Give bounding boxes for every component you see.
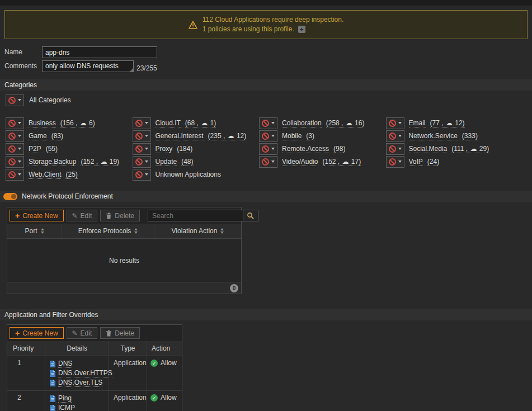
category-link[interactable]: Web.Client — [29, 171, 61, 179]
category-link[interactable]: Video/Audio — [282, 158, 318, 166]
block-icon — [8, 145, 16, 153]
application-link[interactable]: Ping — [58, 394, 72, 403]
application-icon — [50, 370, 55, 377]
category-action-button[interactable] — [259, 117, 277, 129]
trash-icon — [106, 330, 112, 337]
npe-toggle[interactable] — [3, 193, 17, 200]
category-action-button[interactable] — [6, 117, 24, 129]
category-link[interactable]: Network.Service — [409, 132, 458, 140]
overrides-create-new-button[interactable]: + Create New — [10, 327, 64, 339]
application-link[interactable]: ICMP — [58, 404, 75, 411]
block-icon — [8, 133, 16, 140]
cloud-icon: ☁ — [446, 119, 453, 127]
column-header-violation-action[interactable]: Violation Action — [154, 224, 241, 238]
npe-create-new-button[interactable]: + Create New — [10, 210, 64, 221]
npe-edit-button[interactable]: ✎ Edit — [67, 210, 98, 221]
category-action-button[interactable] — [259, 156, 277, 168]
column-header-enforce-protocols[interactable]: Enforce Protocols — [62, 224, 154, 238]
block-icon — [262, 145, 269, 153]
name-field[interactable] — [42, 46, 157, 58]
category-action-button[interactable] — [133, 117, 151, 129]
category-link[interactable]: Game — [29, 132, 47, 140]
comments-field[interactable]: only allow DNS requests — [42, 60, 134, 72]
category-action-button[interactable] — [6, 169, 24, 181]
chevron-down-icon — [18, 173, 21, 176]
category-count: (83) — [51, 132, 63, 140]
category-link[interactable]: Update — [156, 158, 177, 166]
category-action-button[interactable] — [6, 130, 24, 142]
chevron-down-icon — [145, 160, 148, 163]
column-header-priority[interactable]: Priority — [7, 341, 45, 356]
block-icon — [8, 158, 16, 166]
cloud-icon: ☁ — [201, 119, 208, 127]
category-action-button[interactable] — [259, 130, 277, 142]
category-link[interactable]: Remote.Access — [282, 145, 329, 153]
all-categories-action-button[interactable] — [6, 95, 24, 106]
comments-label: Comments — [4, 60, 42, 70]
category-action-button[interactable] — [386, 156, 404, 168]
application-link[interactable]: DNS.Over.HTTPS — [58, 369, 112, 377]
chevron-down-icon — [145, 135, 148, 137]
application-link[interactable]: DNS — [58, 360, 72, 368]
category-link[interactable]: Cloud.IT — [156, 119, 181, 127]
category-action-button[interactable] — [133, 156, 151, 168]
category-item: Mobile(3) — [259, 130, 386, 141]
application-entry: Ping — [50, 394, 109, 403]
category-link[interactable]: Collaboration — [282, 119, 322, 127]
category-action-button[interactable] — [386, 117, 404, 129]
category-action-button[interactable] — [259, 143, 277, 155]
sort-icon[interactable] — [134, 228, 138, 234]
application-icon — [50, 405, 55, 411]
table-row[interactable]: 2PingICMPApplication✓Allow — [7, 391, 182, 411]
overrides-delete-button[interactable]: Delete — [100, 327, 140, 339]
column-header-details[interactable]: Details — [45, 341, 109, 356]
category-action-button[interactable] — [386, 143, 404, 155]
application-link[interactable]: DNS.Over.TLS — [58, 379, 102, 387]
category-action-button[interactable] — [133, 143, 151, 155]
category-action-button[interactable] — [6, 143, 24, 155]
action-header-label: Action — [152, 344, 170, 352]
category-item: Unknown Applications — [133, 169, 260, 180]
overrides-table-header: Priority Details Type Action — [7, 341, 182, 356]
category-action-button[interactable] — [6, 156, 24, 168]
category-link[interactable]: VoIP — [409, 158, 423, 166]
category-link[interactable]: Social.Media — [409, 145, 448, 153]
overrides-edit-button[interactable]: ✎ Edit — [67, 327, 98, 339]
category-link[interactable]: Business — [29, 119, 56, 127]
expand-plus-icon[interactable]: + — [298, 26, 305, 33]
search-button[interactable] — [243, 210, 258, 221]
category-link[interactable]: Email — [409, 119, 426, 127]
delete-label: Delete — [115, 329, 134, 337]
category-item: General.Interest(235 , ☁ 12) — [133, 130, 260, 141]
banner-line1: 112 Cloud Applications require deep insp… — [203, 15, 344, 25]
priority-cell: 2 — [7, 391, 45, 411]
category-action-button[interactable] — [133, 169, 151, 181]
overrides-section-header: Application and Filter Overrides — [0, 309, 532, 320]
category-link[interactable]: P2P — [29, 145, 41, 153]
category-item: Web.Client(25) — [6, 169, 133, 180]
sort-icon[interactable] — [41, 228, 44, 234]
category-action-button[interactable] — [133, 130, 151, 142]
column-header-action[interactable]: Action — [147, 341, 182, 356]
chevron-down-icon — [18, 160, 21, 163]
category-count: (77 , ☁ 12) — [430, 119, 465, 127]
npe-delete-button[interactable]: Delete — [100, 210, 140, 221]
category-link[interactable]: Storage.Backup — [29, 158, 76, 166]
category-link[interactable]: Proxy — [156, 145, 173, 153]
column-header-port[interactable]: Port — [7, 224, 62, 238]
table-row[interactable]: 1DNSDNS.Over.HTTPSDNS.Over.TLSApplicatio… — [7, 356, 182, 391]
resize-handle[interactable] — [129, 68, 133, 72]
category-link[interactable]: Unknown Applications — [156, 171, 221, 178]
search-input[interactable] — [148, 210, 243, 221]
npe-toolbar: + Create New ✎ Edit Delete — [7, 207, 241, 224]
category-link[interactable]: Mobile — [282, 132, 302, 140]
action-label: Allow — [161, 394, 177, 401]
application-icon — [50, 361, 55, 367]
category-action-button[interactable] — [386, 130, 404, 142]
sort-icon[interactable] — [220, 228, 224, 234]
chevron-down-icon — [145, 148, 148, 150]
category-count: (3) — [306, 132, 314, 140]
cloud-icon: ☁ — [346, 119, 352, 127]
category-link[interactable]: General.Interest — [156, 132, 204, 140]
column-header-type[interactable]: Type — [109, 341, 147, 356]
